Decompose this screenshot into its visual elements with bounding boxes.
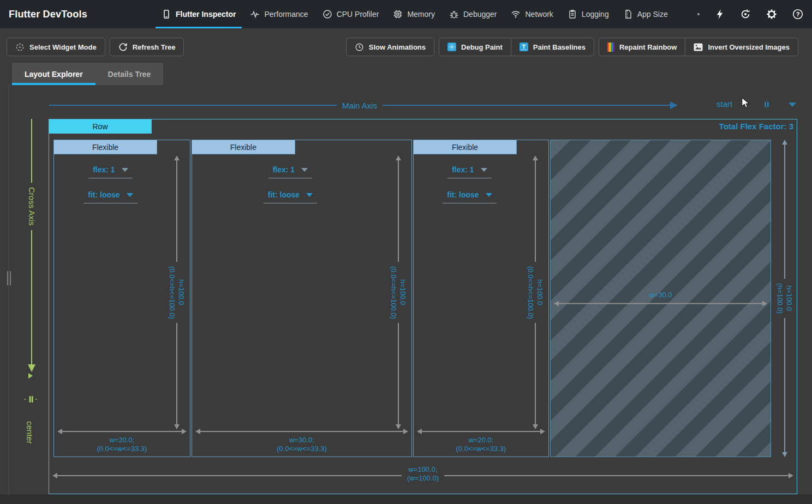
flexible-child-2: Flexible flex: 1 fit: loose <box>192 140 412 457</box>
width-annotation: w=20.0; (0.0<=w<=33.3) <box>57 429 187 453</box>
view-tabs: Layout Explorer Details Tree <box>12 63 163 85</box>
debug-paint-button[interactable]: Debug Paint <box>439 38 511 56</box>
fit-dropdown[interactable]: fit: loose <box>264 189 317 203</box>
row-width-annotation: w=100.0; (w=100.0) <box>52 465 793 493</box>
mouse-cursor <box>741 97 750 109</box>
hot-restart-icon[interactable] <box>739 8 752 21</box>
free-space-width-annotation: w=30.0 <box>554 291 767 307</box>
paint-toggles-group: Debug Paint Paint Baselines <box>439 38 594 56</box>
pulse-icon <box>250 9 260 19</box>
chevron-down-icon <box>789 103 796 107</box>
tab-network[interactable]: Network <box>504 0 560 28</box>
cross-axis-alignment-icon[interactable] <box>24 395 38 404</box>
select-widget-mode-button[interactable]: Select Widget Mode <box>7 38 105 56</box>
panel-splitter <box>8 85 9 504</box>
height-annotation: h=100.0 (0.0<=h<=100.0) <box>389 155 408 429</box>
tab-debugger[interactable]: Debugger <box>442 0 504 28</box>
fit-dropdown[interactable]: fit: loose <box>83 189 137 203</box>
hot-reload-bolt-icon[interactable] <box>713 8 726 21</box>
gauge-icon <box>323 9 332 19</box>
nav-tabs: Flutter Inspector Performance CPU Profil… <box>154 0 675 28</box>
flex-dropdown[interactable]: flex: 1 <box>88 164 132 178</box>
flex-dropdown[interactable]: flex: 1 <box>447 164 491 178</box>
flexible-child-3: Flexible flex: 1 fit: loose <box>413 140 549 457</box>
tab-layout-explorer[interactable]: Layout Explorer <box>12 63 95 85</box>
chevron-down-icon <box>122 168 128 172</box>
invert-oversized-images-button[interactable]: Invert Oversized Images <box>685 38 798 56</box>
flex-dropdown[interactable]: flex: 1 <box>268 164 312 178</box>
flexible-header[interactable]: Flexible <box>413 140 517 154</box>
free-space-region: w=30.0 <box>550 140 771 457</box>
chevron-down-icon <box>301 168 308 172</box>
refresh-tree-button[interactable]: Refresh Tree <box>110 38 184 56</box>
refresh-icon <box>118 43 128 52</box>
tab-cpu-profiler[interactable]: CPU Profiler <box>315 0 386 28</box>
chevron-down-icon <box>306 193 313 197</box>
splitter-handle[interactable] <box>7 271 11 285</box>
total-flex-factor: Total Flex Factor: 3 <box>719 122 793 131</box>
settings-gear-icon[interactable] <box>765 8 778 21</box>
flutter-devtools-window: Flutter DevTools Flutter Inspector Perfo… <box>0 0 812 504</box>
paint-baselines-icon <box>520 43 528 51</box>
height-annotation: h=100.0 (0.0<=h<=100.0) <box>167 155 187 429</box>
tab-details-tree[interactable]: Details Tree <box>95 63 164 85</box>
main-axis-arrowhead <box>670 101 678 109</box>
width-annotation: w=20.0; (0.0<=w<=33.3) <box>417 429 545 453</box>
row-widget-header[interactable]: Row <box>49 119 152 134</box>
slow-animations-button[interactable]: Slow Animations <box>346 38 434 56</box>
inspector-toolbar-right: Slow Animations Debug Paint <box>346 38 798 56</box>
main-axis-alignment-value: start <box>717 99 732 109</box>
repaint-toggles-group: Repaint Rainbow Invert Oversized Images <box>599 38 798 56</box>
main-axis-alignment-dropdown[interactable]: start <box>712 98 799 112</box>
tab-flutter-inspector[interactable]: Flutter Inspector <box>154 0 243 28</box>
rainbow-icon <box>607 43 614 52</box>
bug-icon <box>449 9 459 19</box>
tab-performance[interactable]: Performance <box>243 0 315 28</box>
fit-dropdown[interactable]: fit: loose <box>443 189 496 203</box>
cross-axis-arrow: Cross Axis <box>27 119 36 372</box>
cross-axis-chevron-icon <box>28 373 33 379</box>
app-title: Flutter DevTools <box>9 0 87 28</box>
view-tab-underline <box>12 83 95 85</box>
image-icon <box>694 43 703 51</box>
chevron-down-icon <box>127 193 133 197</box>
height-annotation: h=100.0 (0.0<=h<=100.0) <box>526 155 545 429</box>
network-icon <box>511 9 521 19</box>
debug-paint-icon <box>447 43 456 51</box>
tab-app-size[interactable]: App Size <box>616 0 675 28</box>
cross-axis-label: Cross Axis <box>27 183 37 230</box>
paint-baselines-button[interactable]: Paint Baselines <box>511 38 594 56</box>
inspector-toolbar-left: Select Widget Mode Refresh Tree <box>7 38 184 56</box>
chevron-down-icon <box>486 193 492 197</box>
chevron-down-icon <box>481 168 487 172</box>
memory-chip-icon <box>393 9 403 19</box>
app-bar: Flutter DevTools Flutter Inspector Perfo… <box>0 0 812 28</box>
flexible-header[interactable]: Flexible <box>53 140 157 154</box>
clipboard-icon <box>568 9 577 19</box>
tab-logging[interactable]: Logging <box>560 0 616 28</box>
width-annotation: w=30.0; (0.0<=w<=33.3) <box>195 429 408 453</box>
main-axis-alignment-icon <box>762 100 771 109</box>
active-tab-underline <box>156 27 242 28</box>
locate-icon <box>15 43 25 52</box>
flexible-child-1: Flexible flex: 1 fit: loose <box>53 140 190 457</box>
row-height-annotation: h=100.0 (h=100.0) <box>773 140 796 457</box>
cross-axis-alignment-dropdown[interactable]: center <box>25 421 34 444</box>
repaint-rainbow-button[interactable]: Repaint Rainbow <box>599 38 685 56</box>
flexible-header[interactable]: Flexible <box>192 140 295 154</box>
bottom-strip <box>0 495 812 504</box>
main-axis-label: Main Axis <box>337 101 383 110</box>
cross-axis-arrowhead <box>28 364 35 372</box>
row-widget-box: Row Total Flex Factor: 3 Flexible flex: … <box>49 119 797 494</box>
app-bar-actions: ? <box>697 0 804 28</box>
row-children: Flexible flex: 1 fit: loose <box>53 140 771 457</box>
status-dot <box>697 13 700 15</box>
file-zip-icon <box>623 9 633 19</box>
svg-text:?: ? <box>796 11 800 17</box>
clock-icon <box>355 43 364 52</box>
main-axis-arrow: Main Axis <box>49 101 678 110</box>
tab-memory[interactable]: Memory <box>386 0 442 28</box>
help-icon[interactable]: ? <box>791 8 804 21</box>
phone-icon <box>162 9 171 19</box>
